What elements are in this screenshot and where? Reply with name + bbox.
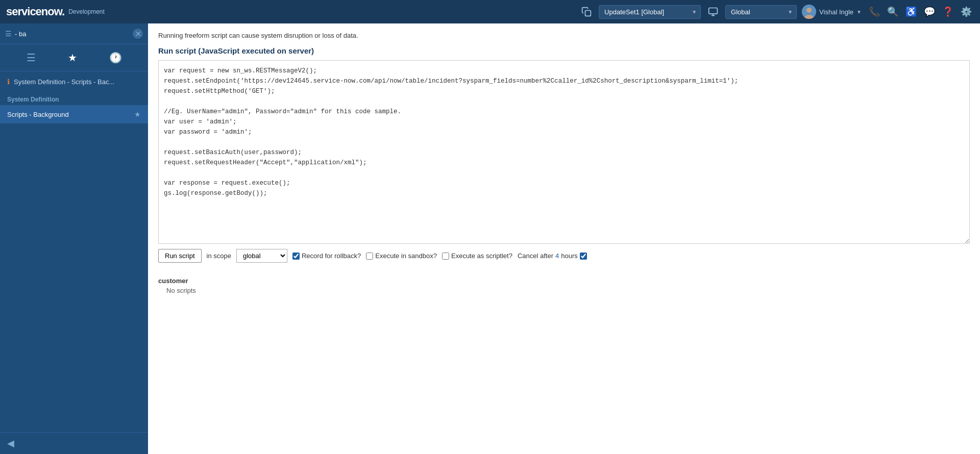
help-icon[interactable]: ❓ bbox=[940, 4, 955, 19]
nav-icons-right: 📞 🔍 ♿ 💬 ❓ ⚙️ bbox=[867, 4, 974, 19]
sidebar-footer: ◀ bbox=[0, 432, 148, 454]
accessibility-icon[interactable]: ♿ bbox=[903, 4, 919, 19]
navbar: servicenow. Development UpdateSet1 [Glob… bbox=[0, 0, 980, 23]
monitor-icon-btn[interactable] bbox=[706, 5, 720, 19]
cancel-after-group: Cancel after 4 hours bbox=[518, 252, 587, 260]
no-scripts-label: No scripts bbox=[158, 287, 970, 294]
scope-select[interactable]: Global bbox=[725, 5, 797, 19]
scope-dropdown[interactable]: global bbox=[236, 249, 287, 263]
cancel-after-unit-label: hours bbox=[561, 252, 578, 260]
copy-icon-btn[interactable] bbox=[579, 5, 594, 19]
scope-select-wrapper: Global ▼ bbox=[725, 5, 797, 19]
navbar-center: UpdateSet1 [Global] ▼ Global ▼ bbox=[579, 4, 974, 19]
run-script-title: Run script (JavaScript executed on serve… bbox=[158, 46, 970, 55]
svg-rect-0 bbox=[585, 11, 591, 16]
execute-scriptlet-label: Execute as scriptlet? bbox=[451, 252, 512, 260]
brand: servicenow. Development bbox=[6, 5, 105, 18]
brand-dev-label: Development bbox=[68, 8, 105, 15]
svg-rect-1 bbox=[709, 8, 718, 14]
sidebar-scripts-background-label: Scripts - Background bbox=[7, 111, 69, 118]
run-script-button[interactable]: Run script bbox=[158, 249, 202, 263]
execute-sandbox-checkbox[interactable] bbox=[366, 253, 373, 260]
sidebar-info-icon: ℹ bbox=[7, 78, 10, 86]
chat-icon[interactable]: 💬 bbox=[922, 4, 937, 19]
record-rollback-label: Record for rollback? bbox=[302, 252, 361, 260]
main-content: Running freeform script can cause system… bbox=[148, 23, 980, 454]
sidebar-breadcrumb-item[interactable]: ℹ System Definition - Scripts - Bac... bbox=[0, 71, 148, 92]
updateset-select-wrapper: UpdateSet1 [Global] ▼ bbox=[599, 5, 701, 19]
user-name: Vishal Ingle bbox=[819, 8, 853, 16]
sidebar-clock-icon[interactable]: 🕐 bbox=[107, 49, 124, 66]
record-rollback-checkbox[interactable] bbox=[292, 253, 300, 260]
sidebar-breadcrumb-label: System Definition - Scripts - Bac... bbox=[14, 78, 141, 86]
run-controls: Run script in scope global Record for ro… bbox=[158, 249, 970, 263]
cancel-after-value[interactable]: 4 bbox=[555, 252, 559, 260]
sidebar-star-icon[interactable]: ★ bbox=[66, 49, 79, 66]
main-layout: ☰ ✕ ☰ ★ 🕐 ℹ System Definition - Scripts … bbox=[0, 23, 980, 454]
sidebar-search-input[interactable] bbox=[15, 30, 133, 38]
sidebar-back-icon[interactable]: ◀ bbox=[7, 438, 14, 449]
sidebar-clear-button[interactable]: ✕ bbox=[133, 29, 143, 39]
cancel-after-checkbox[interactable] bbox=[580, 253, 587, 260]
execute-scriptlet-group: Execute as scriptlet? bbox=[442, 252, 512, 260]
user-avatar bbox=[802, 5, 816, 19]
customer-section: customer No scripts bbox=[158, 277, 970, 294]
settings-icon[interactable]: ⚙️ bbox=[959, 4, 974, 19]
user-dropdown-arrow: ▼ bbox=[856, 9, 862, 15]
updateset-select[interactable]: UpdateSet1 [Global] bbox=[599, 5, 701, 19]
phone-icon[interactable]: 📞 bbox=[867, 4, 882, 19]
sidebar-search-bar: ☰ ✕ bbox=[0, 23, 148, 44]
execute-sandbox-label: Execute in sandbox? bbox=[375, 252, 437, 260]
user-menu[interactable]: Vishal Ingle ▼ bbox=[802, 5, 862, 19]
record-rollback-group: Record for rollback? bbox=[292, 252, 361, 260]
brand-logo: servicenow. bbox=[6, 5, 64, 18]
sidebar-scripts-star-icon[interactable]: ★ bbox=[134, 110, 141, 118]
sidebar: ☰ ✕ ☰ ★ 🕐 ℹ System Definition - Scripts … bbox=[0, 23, 148, 454]
sidebar-system-definition-label: System Definition bbox=[0, 92, 148, 105]
search-icon[interactable]: 🔍 bbox=[885, 4, 900, 19]
customer-section-label: customer bbox=[158, 277, 970, 285]
in-scope-label: in scope bbox=[207, 252, 231, 260]
code-editor[interactable]: var request = new sn_ws.RESTMessageV2();… bbox=[158, 60, 970, 244]
sidebar-scripts-background[interactable]: Scripts - Background ★ bbox=[0, 105, 148, 123]
execute-sandbox-group: Execute in sandbox? bbox=[366, 252, 437, 260]
sidebar-nav-icons: ☰ ★ 🕐 bbox=[0, 44, 148, 71]
cancel-after-prefix-label: Cancel after bbox=[518, 252, 553, 260]
sidebar-list-icon[interactable]: ☰ bbox=[24, 49, 38, 66]
execute-scriptlet-checkbox[interactable] bbox=[442, 253, 449, 260]
sidebar-search-icon: ☰ bbox=[5, 30, 12, 38]
warning-banner: Running freeform script can cause system… bbox=[158, 32, 970, 39]
svg-point-5 bbox=[806, 8, 812, 13]
